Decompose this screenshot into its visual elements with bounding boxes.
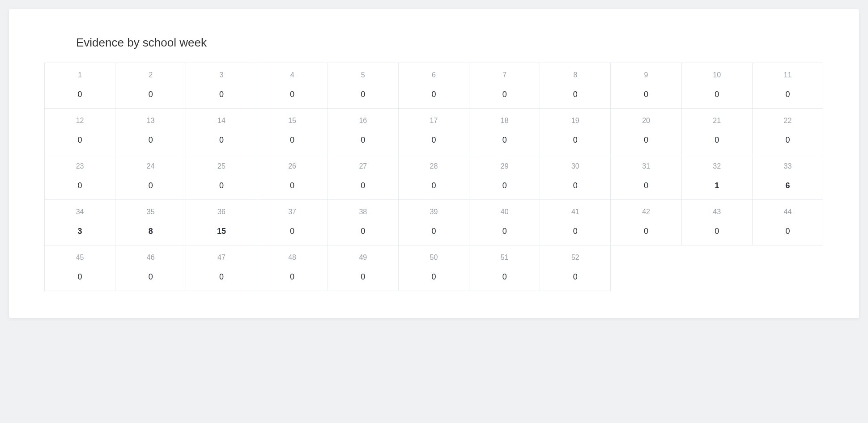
- week-number: 17: [399, 117, 469, 125]
- week-cell[interactable]: 490: [328, 245, 399, 291]
- week-value: 0: [399, 181, 469, 190]
- week-cell[interactable]: 80: [540, 63, 611, 109]
- week-number: 27: [328, 162, 398, 170]
- week-value: 0: [328, 181, 398, 190]
- week-value: 0: [45, 272, 115, 282]
- week-number: 46: [115, 254, 186, 262]
- week-cell[interactable]: 440: [752, 199, 823, 245]
- week-cell[interactable]: 480: [257, 245, 328, 291]
- week-cell[interactable]: 170: [398, 108, 469, 154]
- week-cell[interactable]: 190: [540, 108, 611, 154]
- week-number: 50: [399, 254, 469, 262]
- week-value: 0: [257, 135, 328, 145]
- week-cell[interactable]: 220: [752, 108, 823, 154]
- week-value: 0: [186, 135, 256, 145]
- week-cell[interactable]: 180: [469, 108, 540, 154]
- week-cell[interactable]: 450: [44, 245, 115, 291]
- week-value: 0: [328, 272, 398, 282]
- week-cell[interactable]: 20: [115, 63, 186, 109]
- week-number: 10: [682, 71, 752, 79]
- week-number: 2: [115, 71, 186, 79]
- week-number: 9: [611, 71, 681, 79]
- week-cell[interactable]: 240: [115, 154, 186, 200]
- week-number: 19: [540, 117, 610, 125]
- week-number: 28: [399, 162, 469, 170]
- week-number: 51: [469, 254, 540, 262]
- week-cell[interactable]: 343: [44, 199, 115, 245]
- week-cell[interactable]: 460: [115, 245, 186, 291]
- week-cell[interactable]: 380: [328, 199, 399, 245]
- week-cell[interactable]: 280: [398, 154, 469, 200]
- week-number: 7: [469, 71, 540, 79]
- week-cell[interactable]: 300: [540, 154, 611, 200]
- week-cell[interactable]: 358: [115, 199, 186, 245]
- week-cell[interactable]: 321: [681, 154, 753, 200]
- week-cell[interactable]: 400: [469, 199, 540, 245]
- week-value: 0: [45, 181, 115, 190]
- week-value: 0: [399, 272, 469, 282]
- week-cell[interactable]: 270: [328, 154, 399, 200]
- week-number: 42: [611, 208, 681, 216]
- week-cell[interactable]: 130: [115, 108, 186, 154]
- week-cell[interactable]: 310: [610, 154, 681, 200]
- week-number: 41: [540, 208, 610, 216]
- week-cell[interactable]: 120: [44, 108, 115, 154]
- week-number: 39: [399, 208, 469, 216]
- week-value: 0: [540, 181, 610, 190]
- week-number: 14: [186, 117, 256, 125]
- week-number: 3: [186, 71, 256, 79]
- week-value: 0: [328, 227, 398, 236]
- week-cell[interactable]: 140: [186, 108, 257, 154]
- week-cell[interactable]: 90: [610, 63, 681, 109]
- week-value: 0: [682, 90, 752, 99]
- week-cell[interactable]: 420: [610, 199, 681, 245]
- week-value: 0: [115, 181, 186, 190]
- week-number: 29: [469, 162, 540, 170]
- week-value: 15: [186, 227, 256, 236]
- week-cell[interactable]: 336: [752, 154, 823, 200]
- week-cell[interactable]: 430: [681, 199, 753, 245]
- week-value: 0: [753, 227, 823, 236]
- week-cell[interactable]: 70: [469, 63, 540, 109]
- week-number: 33: [753, 162, 823, 170]
- week-cell[interactable]: 100: [681, 63, 753, 109]
- week-cell[interactable]: 210: [681, 108, 753, 154]
- week-number: 40: [469, 208, 540, 216]
- week-cell[interactable]: 470: [186, 245, 257, 291]
- week-cell[interactable]: 60: [398, 63, 469, 109]
- week-cell[interactable]: 390: [398, 199, 469, 245]
- week-number: 23: [45, 162, 115, 170]
- week-cell[interactable]: 30: [186, 63, 257, 109]
- week-cell[interactable]: 260: [257, 154, 328, 200]
- week-number: 43: [682, 208, 752, 216]
- week-value: 0: [328, 90, 398, 99]
- week-cell[interactable]: 150: [257, 108, 328, 154]
- week-value: 0: [611, 181, 681, 190]
- week-number: 31: [611, 162, 681, 170]
- week-number: 34: [45, 208, 115, 216]
- week-cell[interactable]: 250: [186, 154, 257, 200]
- week-cell[interactable]: 370: [257, 199, 328, 245]
- week-cell[interactable]: 3615: [186, 199, 257, 245]
- week-cell[interactable]: 500: [398, 245, 469, 291]
- week-number: 47: [186, 254, 256, 262]
- week-number: 44: [753, 208, 823, 216]
- week-cell[interactable]: 110: [752, 63, 823, 109]
- week-cell[interactable]: 410: [540, 199, 611, 245]
- week-value: 0: [257, 90, 328, 99]
- week-value: 0: [45, 135, 115, 145]
- week-cell[interactable]: 160: [328, 108, 399, 154]
- section-title: Evidence by school week: [76, 36, 823, 50]
- week-cell[interactable]: 10: [44, 63, 115, 109]
- week-value: 0: [399, 135, 469, 145]
- week-cell[interactable]: 520: [540, 245, 611, 291]
- week-value: 0: [257, 181, 328, 190]
- week-cell[interactable]: 200: [610, 108, 681, 154]
- week-cell[interactable]: 230: [44, 154, 115, 200]
- week-grid: 1020304050607080901001101201301401501601…: [45, 63, 823, 291]
- week-value: 0: [186, 90, 256, 99]
- week-cell[interactable]: 290: [469, 154, 540, 200]
- week-cell[interactable]: 40: [257, 63, 328, 109]
- week-cell[interactable]: 510: [469, 245, 540, 291]
- week-cell[interactable]: 50: [328, 63, 399, 109]
